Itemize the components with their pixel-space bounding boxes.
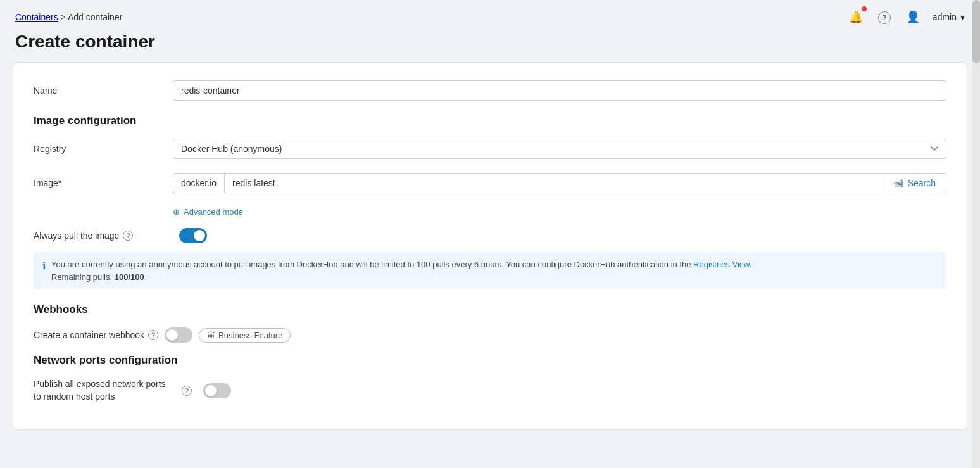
image-label: Image*	[34, 173, 173, 188]
remaining-pulls-value: 100/100	[115, 272, 144, 282]
image-prefix: docker.io	[173, 173, 225, 193]
main-form-card: Name Image configuration Registry Docker…	[13, 62, 967, 430]
name-row: Name	[34, 80, 946, 101]
docker-search-icon: 🐋	[893, 178, 904, 188]
always-pull-slider	[179, 228, 207, 243]
user-menu[interactable]: admin ▾	[933, 12, 965, 22]
notifications-button[interactable]: 🔔	[846, 8, 865, 27]
breadcrumb-containers-link[interactable]: Containers	[15, 12, 58, 22]
info-text-pre: You are currently using an anonymous acc…	[51, 260, 693, 269]
registry-select-container: Docker Hub (anonymous) Docker Hub (authe…	[173, 139, 946, 159]
info-text: You are currently using an anonymous acc…	[51, 258, 751, 283]
info-icon: ℹ	[42, 259, 46, 274]
registry-label: Registry	[34, 139, 173, 154]
always-pull-row: Always pull the image ?	[34, 228, 946, 243]
webhook-help-icon[interactable]: ?	[148, 330, 158, 340]
scrollbar-thumb	[972, 0, 980, 63]
advanced-mode-link[interactable]: ⊕ Advanced mode	[173, 207, 946, 217]
always-pull-label-text: Always pull the image	[34, 231, 119, 241]
name-input[interactable]	[173, 80, 946, 101]
publish-ports-slider	[203, 383, 231, 398]
registry-row: Registry Docker Hub (anonymous) Docker H…	[34, 139, 946, 159]
info-box: ℹ You are currently using an anonymous a…	[34, 252, 946, 289]
help-button[interactable]: ?	[876, 8, 893, 27]
user-name: admin	[933, 12, 957, 22]
image-row: Image* docker.io 🐋 Search	[34, 173, 946, 193]
webhooks-title: Webhooks	[34, 303, 946, 316]
user-icon: 👤	[906, 11, 920, 23]
breadcrumb-separator: >	[61, 12, 66, 22]
publish-ports-help-icon[interactable]: ?	[182, 386, 192, 396]
always-pull-help-icon[interactable]: ?	[123, 231, 133, 241]
publish-ports-toggle[interactable]	[203, 383, 231, 398]
publish-ports-row: Publish all exposed network ports to ran…	[34, 378, 946, 403]
building-icon: 🏛	[207, 331, 215, 340]
image-input[interactable]	[225, 173, 883, 193]
help-icon: ?	[878, 11, 891, 24]
webhook-label: Create a container webhook ?	[34, 330, 158, 340]
webhook-row: Create a container webhook ? 🏛 Business …	[34, 327, 946, 343]
name-label: Name	[34, 80, 173, 96]
publish-ports-label-text: Publish all exposed network ports to ran…	[34, 378, 173, 403]
webhook-label-text: Create a container webhook	[34, 330, 144, 340]
bell-icon: 🔔	[849, 11, 863, 23]
notification-badge	[862, 6, 867, 11]
scrollbar[interactable]	[972, 0, 980, 468]
registry-select[interactable]: Docker Hub (anonymous) Docker Hub (authe…	[173, 139, 946, 159]
page-title: Create container	[0, 27, 980, 62]
webhook-slider	[165, 327, 192, 343]
business-feature-badge: 🏛 Business Feature	[199, 328, 291, 343]
network-title: Network ports configuration	[34, 354, 946, 367]
name-field-container	[173, 80, 946, 101]
advanced-mode-label: Advanced mode	[184, 207, 243, 217]
webhook-toggle[interactable]	[165, 327, 192, 343]
image-input-group: docker.io 🐋 Search	[173, 173, 946, 193]
always-pull-label: Always pull the image ?	[34, 231, 173, 241]
publish-ports-label: Publish all exposed network ports to ran…	[34, 378, 173, 403]
image-field-container: docker.io 🐋 Search	[173, 173, 946, 193]
info-text-post: .	[750, 260, 752, 269]
registries-view-link[interactable]: Registries View	[693, 260, 750, 269]
globe-icon: ⊕	[173, 207, 180, 217]
image-config-title: Image configuration	[34, 115, 946, 127]
always-pull-toggle[interactable]	[179, 228, 207, 243]
breadcrumb: Containers > Add container	[15, 12, 122, 22]
user-profile-button[interactable]: 👤	[903, 8, 922, 27]
remaining-pulls-label: Remaining pulls:	[51, 272, 112, 282]
search-button-label: Search	[908, 178, 936, 188]
search-button[interactable]: 🐋 Search	[883, 173, 946, 193]
breadcrumb-current: Add container	[68, 12, 122, 22]
business-feature-label: Business Feature	[218, 331, 282, 340]
chevron-down-icon: ▾	[960, 12, 965, 22]
